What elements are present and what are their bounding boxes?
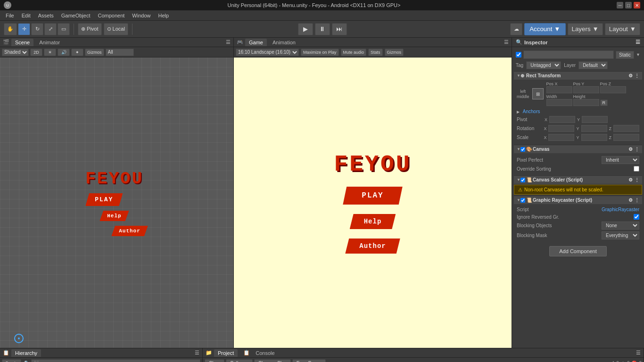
canvas-scaler-overflow-icon[interactable]: ⋮ [635, 177, 639, 182]
scene-tab[interactable]: Scene [11, 39, 33, 46]
animation-tab[interactable]: Animation [269, 39, 299, 46]
animator-tab[interactable]: Animator [35, 39, 64, 46]
error-pause-button[interactable]: Error Pause [292, 359, 326, 362]
collapse-button[interactable]: Collapse [226, 359, 253, 362]
scene-view[interactable]: FEYOU PLAY Help Author [0, 58, 233, 348]
scale-x-field[interactable]: 1 [548, 134, 574, 141]
stats-btn[interactable]: Stats [368, 49, 383, 56]
pause-button[interactable]: ⏸ [315, 23, 330, 35]
menu-file[interactable]: File [2, 12, 18, 19]
pixel-perfect-dropdown[interactable]: Inherit [602, 156, 639, 164]
height-field[interactable]: 1000 [573, 99, 599, 106]
canvas-scaler-settings-icon[interactable]: ⚙ [628, 177, 633, 182]
2d-button[interactable]: 2D [30, 49, 42, 56]
maximize-button[interactable]: □ [625, 2, 632, 8]
menu-gameobject[interactable]: GameObject [58, 12, 94, 19]
project-panel-menu[interactable]: ☰ [636, 350, 641, 356]
canvas-enabled[interactable] [520, 147, 525, 152]
r-button[interactable]: R [600, 99, 608, 106]
layer-dropdown[interactable]: Default [578, 61, 608, 69]
hierarchy-panel-menu[interactable]: ☰ [195, 350, 199, 356]
console-tab[interactable]: Console [252, 349, 278, 357]
hierarchy-search[interactable] [31, 359, 200, 362]
inspector-panel-menu[interactable]: ☰ [636, 39, 640, 45]
hierarchy-create-btn[interactable]: Create [2, 359, 21, 362]
audio-toggle[interactable]: 🔊 [58, 49, 70, 56]
mute-audio[interactable]: Mute audio [341, 49, 367, 56]
pivot-y-field[interactable]: 0.5 [582, 116, 608, 123]
shading-dropdown[interactable]: Shaded [2, 49, 29, 56]
menu-help[interactable]: Help [154, 12, 173, 19]
anchor-diagram[interactable]: ⊞ [532, 88, 544, 99]
raycaster-overflow-icon[interactable]: ⋮ [635, 197, 639, 203]
light-toggle[interactable]: ☀ [44, 49, 56, 56]
rect-settings-icon[interactable]: ⚙ [628, 73, 633, 78]
resolution-dropdown[interactable]: 16:10 Landscape (16:10) [236, 49, 299, 56]
rect-tool[interactable]: ▭ [58, 23, 70, 35]
scale-z-field[interactable]: 1 [613, 134, 639, 141]
canvas-scaler-header[interactable]: ▼ 📜 Canvas Scaler (Script) ⚙ ⋮ [514, 175, 642, 184]
move-tool[interactable]: ✛ [18, 23, 30, 35]
canvas-header[interactable]: ▼ 🎨 Canvas ⚙ ⋮ [514, 145, 642, 153]
blocking-mask-dropdown[interactable]: Everything [602, 231, 639, 239]
clear-button[interactable]: Clear [205, 359, 224, 362]
game-gizmos[interactable]: Gizmos [385, 49, 404, 56]
menu-edit[interactable]: Edit [18, 12, 34, 19]
canvas-scaler-enabled[interactable] [520, 178, 525, 182]
minimize-button[interactable]: ─ [617, 2, 623, 8]
rot-y-field[interactable]: 0 [581, 125, 607, 132]
scene-panel-menu[interactable]: ☰ [226, 39, 231, 45]
layers-button[interactable]: Layers ▼ [568, 23, 603, 35]
pos-y-field[interactable]: -191.22 [573, 86, 599, 93]
rect-overflow-icon[interactable]: ⋮ [635, 73, 639, 78]
close-button[interactable]: ✕ [634, 2, 640, 8]
canvas-overflow-icon[interactable]: ⋮ [635, 147, 639, 152]
maximize-on-play[interactable]: Maximize on Play [301, 49, 339, 56]
override-sorting-checkbox[interactable] [634, 166, 639, 172]
account-button[interactable]: Account ▼ [524, 23, 565, 35]
project-tab[interactable]: Project [214, 349, 238, 357]
cloud-button[interactable]: ☁ [510, 23, 522, 35]
hierarchy-tab[interactable]: Hierarchy [11, 349, 41, 357]
clear-on-play-button[interactable]: Clear on Play [254, 359, 291, 362]
scene-filter[interactable] [106, 49, 134, 56]
tag-dropdown[interactable]: Untagged [526, 61, 561, 69]
local-button[interactable]: ⊙ Local [104, 23, 128, 35]
anchors-row[interactable]: ▶ Anchors [517, 108, 639, 115]
gizmos-btn[interactable]: Gizmos [85, 49, 104, 56]
scale-y-field[interactable]: 1 [581, 134, 607, 141]
menu-window[interactable]: Window [128, 12, 154, 19]
menu-component[interactable]: Component [94, 12, 128, 19]
add-component-button[interactable]: Add Component [549, 246, 607, 256]
rotate-tool[interactable]: ↻ [31, 23, 43, 35]
scale-tool[interactable]: ⤢ [44, 23, 57, 35]
game-view[interactable]: FEYOU PLAY Help Author [234, 58, 512, 348]
pos-z-field[interactable]: 0 [600, 86, 626, 93]
raycaster-header[interactable]: ▼ 📜 Graphic Raycaster (Script) ⚙ ⋮ [514, 196, 642, 204]
hand-tool[interactable]: ✋ [4, 23, 17, 35]
anchor-pos-row: left middle ⊞ Pos X 18.4 Pos Y -1 [517, 82, 639, 106]
width-field[interactable]: 1000 [546, 99, 572, 106]
object-name-field[interactable]: ButtonContainer [523, 50, 614, 59]
pivot-button[interactable]: ⊕ Pivot [78, 23, 102, 35]
menu-assets[interactable]: Assets [34, 12, 58, 19]
blocking-objects-dropdown[interactable]: None [602, 222, 639, 230]
pivot-x-field[interactable]: 0 [549, 116, 575, 123]
raycaster-settings-icon[interactable]: ⚙ [628, 197, 633, 203]
rot-x-field[interactable]: 0 [548, 125, 574, 132]
object-active-checkbox[interactable] [516, 52, 521, 58]
play-button[interactable]: ▶ [298, 23, 313, 35]
rect-transform-header[interactable]: ▼ ⊕ Rect Transform ⚙ ⋮ [514, 71, 642, 80]
script-value[interactable]: GraphicRaycaster [602, 207, 639, 212]
layout-button[interactable]: Layout ▼ [605, 23, 640, 35]
fx-toggle[interactable]: ✦ [71, 49, 83, 56]
game-tab[interactable]: Game [245, 39, 267, 46]
game-panel-menu[interactable]: ☰ [504, 39, 509, 45]
rot-z-field[interactable]: 0 [613, 125, 639, 132]
canvas-settings-icon[interactable]: ⚙ [628, 147, 633, 152]
raycaster-enabled[interactable] [520, 198, 525, 203]
ignore-reversed-checkbox[interactable] [634, 214, 639, 220]
pos-x-field[interactable]: 18.4 [546, 86, 572, 93]
static-dropdown-icon[interactable]: ▼ [636, 52, 640, 57]
step-button[interactable]: ⏭ [332, 23, 347, 35]
